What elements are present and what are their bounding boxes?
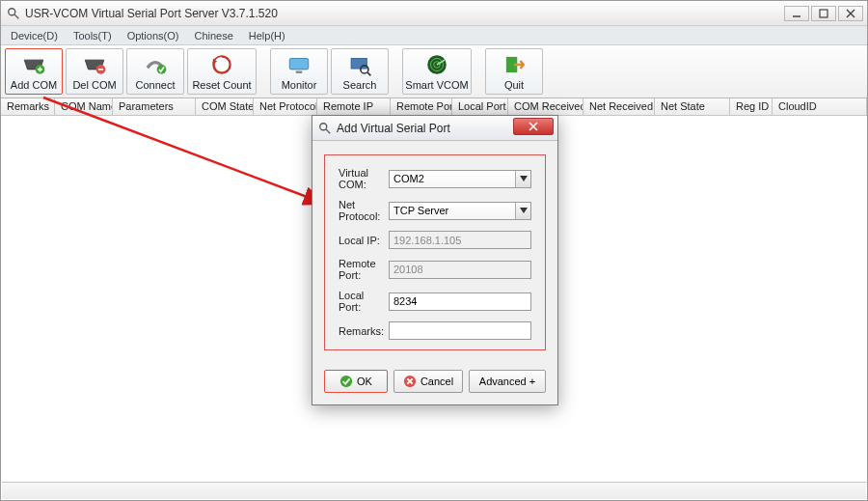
- toolbar: Add COM Del COM Connect Reset Count Moni…: [1, 45, 867, 98]
- serial-port-del-icon: [82, 52, 107, 77]
- virtual-com-label: Virtual COM:: [339, 167, 389, 190]
- toolbar-label: Del COM: [72, 79, 116, 91]
- advanced-label: Advanced +: [479, 376, 535, 387]
- monitor-icon: [286, 52, 312, 77]
- col-net-state[interactable]: Net State: [655, 98, 730, 115]
- col-local-port[interactable]: Local Port: [452, 98, 508, 115]
- connect-icon: [143, 52, 168, 77]
- dialog-close-button[interactable]: [513, 118, 554, 135]
- toolbar-label: Monitor: [282, 79, 317, 91]
- col-remote-port[interactable]: Remote Port: [391, 98, 452, 115]
- dialog-title: Add Virtual Serial Port: [337, 122, 513, 135]
- dialog-titlebar: Add Virtual Serial Port: [312, 116, 557, 141]
- toolbar-label: Connect: [136, 79, 176, 91]
- toolbar-label: Search: [343, 79, 377, 91]
- add-virtual-serial-port-dialog: Add Virtual Serial Port Virtual COM: Net…: [312, 115, 558, 405]
- svg-rect-14: [289, 59, 309, 70]
- dialog-icon: [318, 122, 332, 135]
- svg-rect-16: [351, 59, 366, 70]
- app-icon: [7, 7, 20, 20]
- dialog-field-group: Virtual COM: Net Protocol: Local IP: Rem…: [324, 154, 546, 350]
- local-port-label: Local Port:: [339, 290, 389, 313]
- svg-rect-3: [820, 10, 827, 17]
- svg-point-32: [340, 376, 352, 387]
- monitor-button[interactable]: Monitor: [270, 48, 328, 95]
- svg-line-18: [367, 72, 370, 75]
- col-net-received[interactable]: Net Received: [583, 98, 655, 115]
- window-titlebar: USR-VCOM Virtual Serial Port Server V3.7…: [1, 1, 867, 26]
- svg-point-0: [9, 8, 15, 14]
- table-header: Remarks COM Name Parameters COM State Ne…: [1, 98, 867, 116]
- col-reg-id[interactable]: Reg ID: [730, 98, 773, 115]
- window-close-button[interactable]: [838, 6, 863, 21]
- menu-options[interactable]: Options(O): [120, 28, 187, 43]
- local-ip-field: [389, 231, 531, 249]
- check-icon: [339, 375, 353, 388]
- toolbar-label: Reset Count: [192, 79, 251, 91]
- status-bar: [2, 482, 866, 499]
- col-cloud-id[interactable]: CloudID: [773, 98, 867, 115]
- local-ip-label: Local IP:: [339, 235, 389, 246]
- cancel-label: Cancel: [420, 376, 453, 387]
- col-com-name[interactable]: COM Name: [55, 98, 113, 115]
- col-com-received[interactable]: COM Received: [508, 98, 583, 115]
- cancel-button[interactable]: Cancel: [393, 370, 463, 393]
- virtual-com-select[interactable]: [389, 170, 531, 188]
- remarks-field[interactable]: [389, 321, 531, 340]
- menu-help[interactable]: Help(H): [241, 28, 293, 43]
- reset-icon: [209, 52, 234, 77]
- net-protocol-select[interactable]: [389, 202, 531, 220]
- toolbar-label: Add COM: [11, 79, 57, 91]
- menu-chinese[interactable]: Chinese: [186, 28, 240, 43]
- col-com-state[interactable]: COM State: [196, 98, 254, 115]
- ok-label: OK: [357, 376, 372, 387]
- advanced-button[interactable]: Advanced +: [469, 370, 546, 393]
- col-remarks[interactable]: Remarks: [1, 98, 55, 115]
- ok-button[interactable]: OK: [324, 370, 388, 393]
- search-icon: [347, 52, 372, 77]
- reset-count-button[interactable]: Reset Count: [187, 48, 257, 95]
- local-port-field[interactable]: [389, 292, 531, 311]
- radar-icon: [424, 52, 449, 77]
- remote-port-label: Remote Port:: [339, 258, 389, 281]
- add-com-button[interactable]: Add COM: [5, 48, 63, 95]
- menu-device[interactable]: Device(D): [3, 28, 66, 43]
- menu-tools[interactable]: Tools(T): [66, 28, 120, 43]
- connect-button[interactable]: Connect: [126, 48, 184, 95]
- svg-line-27: [326, 128, 330, 132]
- col-parameters[interactable]: Parameters: [113, 98, 196, 115]
- search-button[interactable]: Search: [331, 48, 389, 95]
- col-net-protocol[interactable]: Net Protocol: [254, 98, 317, 115]
- window-maximize-button[interactable]: [811, 6, 836, 21]
- svg-rect-15: [296, 71, 303, 73]
- window-title: USR-VCOM Virtual Serial Port Server V3.7…: [25, 7, 784, 20]
- smart-vcom-button[interactable]: Smart VCOM: [402, 48, 472, 95]
- remarks-label: Remarks:: [339, 325, 389, 337]
- del-com-button[interactable]: Del COM: [66, 48, 123, 95]
- net-protocol-label: Net Protocol:: [339, 199, 389, 222]
- quit-button[interactable]: Quit: [485, 48, 543, 95]
- svg-point-26: [320, 123, 327, 129]
- menu-bar: Device(D) Tools(T) Options(O) Chinese He…: [1, 26, 867, 45]
- quit-icon: [502, 52, 527, 77]
- toolbar-label: Smart VCOM: [405, 79, 468, 91]
- svg-line-1: [14, 14, 18, 17]
- cancel-icon: [403, 375, 417, 388]
- serial-port-add-icon: [21, 52, 46, 77]
- col-remote-ip[interactable]: Remote IP: [317, 98, 391, 115]
- toolbar-label: Quit: [504, 79, 524, 91]
- remote-port-field: [389, 261, 531, 279]
- window-minimize-button[interactable]: [784, 6, 809, 21]
